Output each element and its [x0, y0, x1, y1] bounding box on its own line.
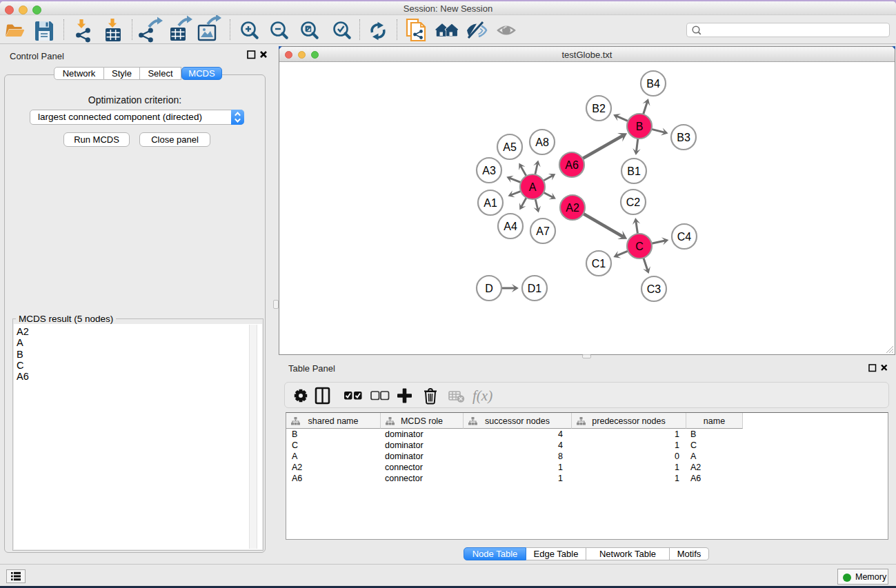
svg-text:A3: A3 [482, 165, 496, 176]
svg-text:C4: C4 [677, 231, 692, 243]
svg-text:A2: A2 [566, 202, 579, 214]
svg-text:B1: B1 [627, 165, 641, 177]
svg-text:A4: A4 [504, 221, 517, 232]
svg-text:B: B [636, 121, 644, 132]
svg-text:C2: C2 [626, 196, 641, 208]
svg-text:B4: B4 [646, 78, 660, 90]
svg-text:B3: B3 [677, 132, 690, 143]
svg-text:D1: D1 [528, 283, 542, 294]
svg-text:C1: C1 [592, 258, 606, 270]
svg-text:C: C [635, 241, 644, 252]
svg-text:C3: C3 [647, 283, 661, 295]
svg-text:D: D [485, 283, 493, 294]
svg-text:A8: A8 [535, 136, 549, 148]
svg-text:A5: A5 [503, 141, 517, 153]
svg-text:f(x): f(x) [472, 387, 492, 404]
svg-text:A7: A7 [536, 225, 550, 237]
svg-text:A: A [529, 181, 537, 193]
svg-text:A6: A6 [565, 159, 579, 171]
svg-text:A1: A1 [484, 197, 497, 209]
svg-text:B2: B2 [592, 103, 606, 114]
